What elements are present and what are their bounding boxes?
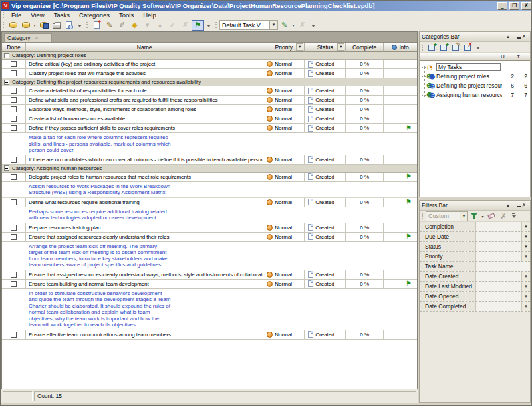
show-notes-button[interactable]: ⚑ [192,20,204,31]
column-header-name[interactable]: Name [26,43,263,52]
filter-dropdown-button[interactable]: ▼ [521,222,530,231]
table-row[interactable]: Ensure effective team communications amo… [2,330,417,340]
task-name-cell[interactable]: If there are no candidates which can cov… [26,155,263,164]
delete-view-button[interactable]: ✗ [296,20,309,31]
print-preview-button[interactable] [63,20,75,31]
task-name-cell[interactable]: Create a list of human resources availab… [26,114,263,123]
table-row[interactable]: Ensure that assigned resources clearly u… [2,270,417,280]
task-name-cell[interactable]: Create a detailed list of responsibiliti… [26,86,263,95]
table-row[interactable]: Prepare resources training plan Normal C… [2,223,417,233]
category-tree-item[interactable]: ☻☻ Defining the project resources requir… [420,81,530,90]
column-header-done[interactable]: Done [2,43,26,52]
toolbar-overflow-2[interactable] [205,21,212,29]
menu-help[interactable]: Help [138,11,161,19]
filter-value[interactable] [476,292,521,301]
task-name-cell[interactable]: Define if they posses sufficient skills … [26,124,263,132]
filters-collapse-button[interactable]: ▴ [504,202,512,209]
task-name-cell[interactable]: Ensure that assigned resources clearly u… [26,270,263,279]
menu-categories[interactable]: Categories [74,11,114,19]
table-row[interactable]: Define what resources require additional… [2,198,417,207]
print-button[interactable] [50,20,63,31]
filter-value[interactable] [476,232,521,241]
task-name-cell[interactable]: Elaborate ways, methods, style, instrume… [26,105,263,114]
status-filter-dropdown[interactable]: ▼ [337,43,344,51]
menu-grip[interactable] [3,12,5,18]
task-name-cell[interactable]: Define what resources require additional… [26,198,263,207]
task-view-combo[interactable]: Default Task V ▼ [219,20,278,30]
category-row[interactable]: Category: Assigning human resources [2,165,417,173]
table-row[interactable]: Ensure team building and normal team dev… [2,280,417,289]
delete-filter-button[interactable]: ✗ [497,211,509,221]
filter-dropdown-button[interactable]: ▼ [521,292,530,301]
category-name-column[interactable] [420,53,499,61]
move-up-button[interactable]: ▴ [154,20,166,31]
filter-dropdown-button[interactable]: ▼ [521,252,530,261]
categories-collapse-button[interactable]: ▴ [504,33,512,41]
task-view-combo-arrow[interactable]: ▼ [269,21,277,29]
filter-value[interactable] [476,242,521,251]
done-checkbox[interactable] [11,88,17,94]
filters-toolbar-overflow[interactable] [511,212,517,220]
apply-filter-button[interactable] [468,211,480,221]
done-checkbox[interactable] [11,234,17,240]
task-cost-button[interactable]: ◆ [128,20,141,31]
table-row[interactable]: Classify project roles that will manage … [2,69,417,78]
category-row[interactable]: Category: Defining the project resources… [2,78,417,86]
filter-preset-arrow[interactable]: ▼ [460,212,467,221]
complete-task-button[interactable]: ✓ [166,20,179,31]
table-row[interactable]: Elaborate ways, methods, style, instrume… [2,105,417,114]
filters-toolbar-grip[interactable] [422,213,424,219]
table-row[interactable]: Ensure that assigned resources clearly u… [2,233,417,242]
filter-value[interactable] [476,252,521,261]
add-category-button[interactable] [426,43,438,52]
done-checkbox[interactable] [11,272,17,278]
category-row[interactable]: Category: Defining project roles [2,52,417,60]
table-row[interactable]: Define critical (key) and ordinary activ… [2,60,417,69]
collapse-icon[interactable] [4,53,9,58]
customize-view-button[interactable]: ✎ [278,20,291,31]
priority-filter-dropdown[interactable]: ▼ [296,43,303,51]
toolbar-grip-1[interactable] [3,22,5,28]
filter-value[interactable] [476,282,521,291]
table-row[interactable]: Create a list of human resources availab… [2,114,417,124]
done-checkbox[interactable] [11,125,17,131]
table-row[interactable]: Define if they posses sufficient skills … [2,124,417,133]
add-subcategory-button[interactable] [438,43,450,52]
task-name-cell[interactable]: Prepare resources training plan [26,223,263,232]
menu-file[interactable]: File [7,11,26,19]
menu-tasks[interactable]: Tasks [49,11,74,19]
column-header-info[interactable]: Info [384,43,417,52]
done-checkbox[interactable] [11,199,17,205]
task-name-cell[interactable]: Define what skills and professional craf… [26,96,263,104]
category-tree-item[interactable]: ◔ My Tasks [420,62,530,72]
filters-close-button[interactable]: ✗ [520,202,528,209]
cancel-task-button[interactable]: ✗ [179,20,192,31]
total-column-header[interactable]: T... [515,53,530,61]
close-button[interactable]: ✗ [521,2,531,10]
customize-view-dropdown[interactable]: ▾ [291,23,296,27]
task-name-cell[interactable]: Classify project roles that will manage … [26,69,263,78]
filters-pin-button[interactable] [512,202,520,209]
restore-button[interactable]: ❐ [509,2,519,10]
filter-dropdown-button[interactable]: ▼ [521,282,530,291]
filter-dropdown-button[interactable]: ▼ [521,272,530,281]
filter-value[interactable] [476,222,521,231]
delete-task-button[interactable]: ✐ [116,20,128,31]
done-checkbox[interactable] [11,225,17,231]
task-name-cell[interactable]: Ensure that assigned resources clearly u… [26,233,263,241]
done-checkbox[interactable] [11,61,17,67]
task-name-cell[interactable]: Ensure team building and normal team dev… [26,280,263,288]
table-row[interactable]: If there are no candidates which can cov… [2,155,417,165]
minimize-button[interactable]: _ [497,2,507,10]
column-header-status[interactable]: Status▼ [305,43,346,52]
column-header-complete[interactable]: Complete [346,43,384,52]
table-row[interactable]: Define what skills and professional craf… [2,96,417,105]
open-database-button[interactable] [19,20,32,31]
done-checkbox[interactable] [11,106,17,112]
done-checkbox[interactable] [11,281,17,287]
group-by-category-tab[interactable]: Category [4,33,52,42]
menu-view[interactable]: View [26,11,49,19]
task-name-cell[interactable]: Define critical (key) and ordinary activ… [26,60,263,68]
filter-dropdown-button[interactable]: ▼ [521,302,530,311]
save-database-button[interactable] [37,20,50,31]
